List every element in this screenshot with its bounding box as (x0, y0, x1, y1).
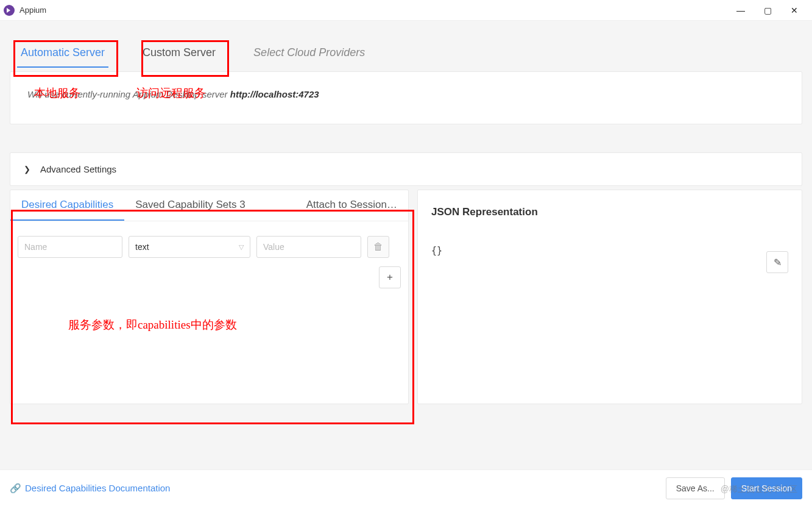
edit-json-button[interactable]: ✎ (766, 251, 788, 273)
documentation-link[interactable]: 🔗 Desired Capabilities Documentation (10, 483, 170, 494)
advanced-settings-toggle[interactable]: ❯ Advanced Settings (10, 152, 802, 186)
tab-attach-to-session[interactable]: Attach to Session… (295, 190, 408, 221)
server-url: http://localhost:4723 (230, 89, 319, 99)
chevron-right-icon: ❯ (24, 165, 30, 174)
annotation-local-service: 本地服务 (34, 85, 80, 101)
pencil-icon: ✎ (774, 257, 782, 268)
annotation-caps-note: 服务参数，即capabilities中的参数 (68, 317, 237, 333)
annotation-remote-service: 访问远程服务 (136, 85, 206, 101)
tab-desired-capabilities[interactable]: Desired Capabilities (10, 190, 124, 221)
capabilities-tabs: Desired Capabilities Saved Capability Se… (10, 190, 408, 221)
minimize-icon[interactable]: — (735, 5, 746, 16)
tab-custom-server[interactable]: Custom Server (136, 41, 222, 68)
maximize-icon[interactable]: ▢ (762, 5, 773, 16)
capability-value-input[interactable] (256, 236, 361, 258)
server-panel: Will use currently-running Appium Deskto… (10, 71, 802, 124)
json-body: {} (431, 245, 788, 256)
footer: 🔗 Desired Capabilities Documentation Sav… (0, 469, 812, 506)
tab-cloud-providers[interactable]: Select Cloud Providers (247, 41, 371, 68)
capabilities-panel: Desired Capabilities Saved Capability Se… (10, 190, 409, 404)
plus-icon: + (387, 271, 393, 283)
advanced-settings-label: Advanced Settings (40, 164, 116, 174)
start-session-button[interactable]: Start Session (731, 477, 802, 499)
tab-automatic-server[interactable]: Automatic Server (15, 41, 111, 68)
link-icon: 🔗 (10, 483, 21, 494)
capability-row: text ▽ 🗑 (10, 221, 408, 258)
server-tabs: Automatic Server Custom Server Select Cl… (10, 30, 802, 68)
delete-capability-button[interactable]: 🗑 (367, 236, 389, 258)
chevron-down-icon: ▽ (239, 243, 244, 251)
capability-name-input[interactable] (18, 236, 122, 258)
add-capability-button[interactable]: + (379, 266, 401, 288)
documentation-link-label: Desired Capabilities Documentation (25, 483, 170, 493)
close-icon[interactable]: ✕ (789, 5, 800, 16)
json-panel-title: JSON Representation (431, 206, 788, 218)
window-title: Appium (19, 5, 46, 15)
tab-saved-capability-sets[interactable]: Saved Capability Sets 3 (124, 190, 256, 221)
capability-type-select[interactable]: text ▽ (129, 236, 250, 258)
capability-type-value: text (135, 242, 149, 252)
app-icon (4, 5, 15, 16)
trash-icon: 🗑 (373, 241, 383, 252)
json-representation-panel: JSON Representation {} ✎ (417, 190, 802, 404)
titlebar: Appium — ▢ ✕ (0, 0, 812, 21)
save-as-button[interactable]: Save As... (666, 477, 725, 499)
